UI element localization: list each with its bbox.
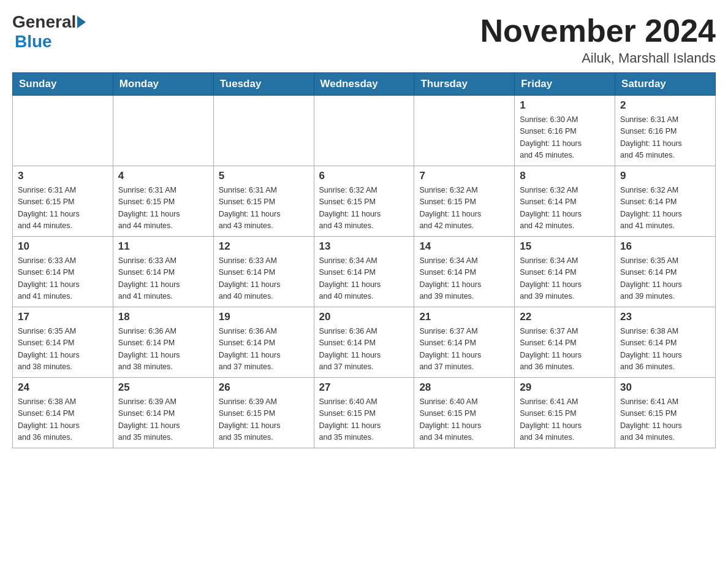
day-info: Sunrise: 6:31 AM Sunset: 6:15 PM Dayligh…: [18, 185, 108, 232]
day-info: Sunrise: 6:36 AM Sunset: 6:14 PM Dayligh…: [219, 326, 309, 373]
day-info: Sunrise: 6:32 AM Sunset: 6:15 PM Dayligh…: [419, 185, 509, 232]
day-number: 24: [18, 381, 108, 394]
calendar-week-row: 10Sunrise: 6:33 AM Sunset: 6:14 PM Dayli…: [13, 237, 716, 307]
day-info: Sunrise: 6:30 AM Sunset: 6:16 PM Dayligh…: [520, 114, 610, 162]
day-number: 11: [118, 240, 208, 253]
day-info: Sunrise: 6:40 AM Sunset: 6:15 PM Dayligh…: [319, 396, 409, 444]
day-number: 8: [520, 170, 610, 182]
calendar-cell: 8Sunrise: 6:32 AM Sunset: 6:14 PM Daylig…: [515, 166, 615, 237]
day-number: 23: [620, 311, 710, 323]
day-number: 25: [118, 381, 208, 394]
day-info: Sunrise: 6:39 AM Sunset: 6:14 PM Dayligh…: [118, 396, 208, 444]
calendar-cell: [414, 96, 515, 166]
weekday-header-saturday: Saturday: [615, 73, 716, 96]
calendar-cell: 20Sunrise: 6:36 AM Sunset: 6:14 PM Dayli…: [314, 307, 414, 378]
logo: General Blue: [12, 12, 87, 52]
day-info: Sunrise: 6:38 AM Sunset: 6:14 PM Dayligh…: [620, 326, 710, 373]
day-number: 22: [520, 311, 610, 323]
day-info: Sunrise: 6:31 AM Sunset: 6:16 PM Dayligh…: [620, 114, 710, 162]
calendar-cell: 12Sunrise: 6:33 AM Sunset: 6:14 PM Dayli…: [213, 237, 314, 307]
weekday-header-monday: Monday: [113, 73, 213, 96]
day-number: 26: [219, 381, 309, 394]
calendar-cell: 3Sunrise: 6:31 AM Sunset: 6:15 PM Daylig…: [13, 166, 113, 237]
calendar-cell: [13, 96, 113, 166]
day-info: Sunrise: 6:39 AM Sunset: 6:15 PM Dayligh…: [219, 396, 309, 444]
weekday-header-thursday: Thursday: [414, 73, 515, 96]
calendar-week-row: 1Sunrise: 6:30 AM Sunset: 6:16 PM Daylig…: [13, 96, 716, 166]
calendar-cell: 24Sunrise: 6:38 AM Sunset: 6:14 PM Dayli…: [13, 378, 113, 448]
calendar-cell: 25Sunrise: 6:39 AM Sunset: 6:14 PM Dayli…: [113, 378, 213, 448]
day-info: Sunrise: 6:31 AM Sunset: 6:15 PM Dayligh…: [118, 185, 208, 232]
day-number: 4: [118, 170, 208, 182]
day-info: Sunrise: 6:34 AM Sunset: 6:14 PM Dayligh…: [419, 255, 509, 303]
day-info: Sunrise: 6:41 AM Sunset: 6:15 PM Dayligh…: [520, 396, 610, 444]
day-info: Sunrise: 6:38 AM Sunset: 6:14 PM Dayligh…: [18, 396, 108, 444]
day-info: Sunrise: 6:37 AM Sunset: 6:14 PM Dayligh…: [520, 326, 610, 373]
day-info: Sunrise: 6:32 AM Sunset: 6:14 PM Dayligh…: [620, 185, 710, 232]
day-number: 10: [18, 240, 108, 253]
day-number: 2: [620, 99, 710, 112]
day-info: Sunrise: 6:34 AM Sunset: 6:14 PM Dayligh…: [319, 255, 409, 303]
calendar-week-row: 17Sunrise: 6:35 AM Sunset: 6:14 PM Dayli…: [13, 307, 716, 378]
day-info: Sunrise: 6:35 AM Sunset: 6:14 PM Dayligh…: [620, 255, 710, 303]
day-number: 13: [319, 240, 409, 253]
calendar-cell: 5Sunrise: 6:31 AM Sunset: 6:15 PM Daylig…: [213, 166, 314, 237]
calendar-cell: 26Sunrise: 6:39 AM Sunset: 6:15 PM Dayli…: [213, 378, 314, 448]
weekday-header-sunday: Sunday: [13, 73, 113, 96]
calendar-cell: 9Sunrise: 6:32 AM Sunset: 6:14 PM Daylig…: [615, 166, 716, 237]
day-info: Sunrise: 6:41 AM Sunset: 6:15 PM Dayligh…: [620, 396, 710, 444]
day-number: 21: [419, 311, 509, 323]
day-number: 17: [18, 311, 108, 323]
logo-general-text: General: [12, 12, 76, 32]
day-info: Sunrise: 6:32 AM Sunset: 6:14 PM Dayligh…: [520, 185, 610, 232]
calendar-cell: 29Sunrise: 6:41 AM Sunset: 6:15 PM Dayli…: [515, 378, 615, 448]
calendar-cell: [314, 96, 414, 166]
weekday-header-tuesday: Tuesday: [213, 73, 314, 96]
day-info: Sunrise: 6:40 AM Sunset: 6:15 PM Dayligh…: [419, 396, 509, 444]
calendar-cell: 2Sunrise: 6:31 AM Sunset: 6:16 PM Daylig…: [615, 96, 716, 166]
day-number: 14: [419, 240, 509, 253]
weekday-header-wednesday: Wednesday: [314, 73, 414, 96]
calendar-cell: 6Sunrise: 6:32 AM Sunset: 6:15 PM Daylig…: [314, 166, 414, 237]
day-info: Sunrise: 6:32 AM Sunset: 6:15 PM Dayligh…: [319, 185, 409, 232]
day-number: 30: [620, 381, 710, 394]
calendar-cell: 7Sunrise: 6:32 AM Sunset: 6:15 PM Daylig…: [414, 166, 515, 237]
weekday-header-row: SundayMondayTuesdayWednesdayThursdayFrid…: [13, 73, 716, 96]
page-header: General Blue November 2024 Ailuk, Marsha…: [12, 12, 716, 66]
day-info: Sunrise: 6:33 AM Sunset: 6:14 PM Dayligh…: [18, 255, 108, 303]
day-number: 28: [419, 381, 509, 394]
day-number: 1: [520, 99, 610, 112]
calendar-cell: 30Sunrise: 6:41 AM Sunset: 6:15 PM Dayli…: [615, 378, 716, 448]
calendar-cell: 10Sunrise: 6:33 AM Sunset: 6:14 PM Dayli…: [13, 237, 113, 307]
day-number: 3: [18, 170, 108, 182]
logo-arrow-icon: [77, 16, 86, 28]
day-number: 29: [520, 381, 610, 394]
day-info: Sunrise: 6:36 AM Sunset: 6:14 PM Dayligh…: [118, 326, 208, 373]
day-number: 19: [219, 311, 309, 323]
calendar-cell: 14Sunrise: 6:34 AM Sunset: 6:14 PM Dayli…: [414, 237, 515, 307]
location-subtitle: Ailuk, Marshall Islands: [480, 50, 716, 66]
calendar-cell: 13Sunrise: 6:34 AM Sunset: 6:14 PM Dayli…: [314, 237, 414, 307]
calendar-cell: 27Sunrise: 6:40 AM Sunset: 6:15 PM Dayli…: [314, 378, 414, 448]
calendar-cell: 11Sunrise: 6:33 AM Sunset: 6:14 PM Dayli…: [113, 237, 213, 307]
day-info: Sunrise: 6:33 AM Sunset: 6:14 PM Dayligh…: [219, 255, 309, 303]
day-number: 12: [219, 240, 309, 253]
calendar-cell: 21Sunrise: 6:37 AM Sunset: 6:14 PM Dayli…: [414, 307, 515, 378]
month-title: November 2024: [480, 12, 716, 49]
calendar-cell: 22Sunrise: 6:37 AM Sunset: 6:14 PM Dayli…: [515, 307, 615, 378]
day-info: Sunrise: 6:31 AM Sunset: 6:15 PM Dayligh…: [219, 185, 309, 232]
day-number: 5: [219, 170, 309, 182]
day-info: Sunrise: 6:35 AM Sunset: 6:14 PM Dayligh…: [18, 326, 108, 373]
day-info: Sunrise: 6:33 AM Sunset: 6:14 PM Dayligh…: [118, 255, 208, 303]
calendar-cell: 17Sunrise: 6:35 AM Sunset: 6:14 PM Dayli…: [13, 307, 113, 378]
day-number: 27: [319, 381, 409, 394]
calendar-cell: 18Sunrise: 6:36 AM Sunset: 6:14 PM Dayli…: [113, 307, 213, 378]
calendar-cell: [213, 96, 314, 166]
calendar-week-row: 24Sunrise: 6:38 AM Sunset: 6:14 PM Dayli…: [13, 378, 716, 448]
calendar-cell: 4Sunrise: 6:31 AM Sunset: 6:15 PM Daylig…: [113, 166, 213, 237]
weekday-header-friday: Friday: [515, 73, 615, 96]
calendar-cell: [113, 96, 213, 166]
day-number: 20: [319, 311, 409, 323]
calendar-cell: 16Sunrise: 6:35 AM Sunset: 6:14 PM Dayli…: [615, 237, 716, 307]
title-section: November 2024 Ailuk, Marshall Islands: [480, 12, 716, 66]
